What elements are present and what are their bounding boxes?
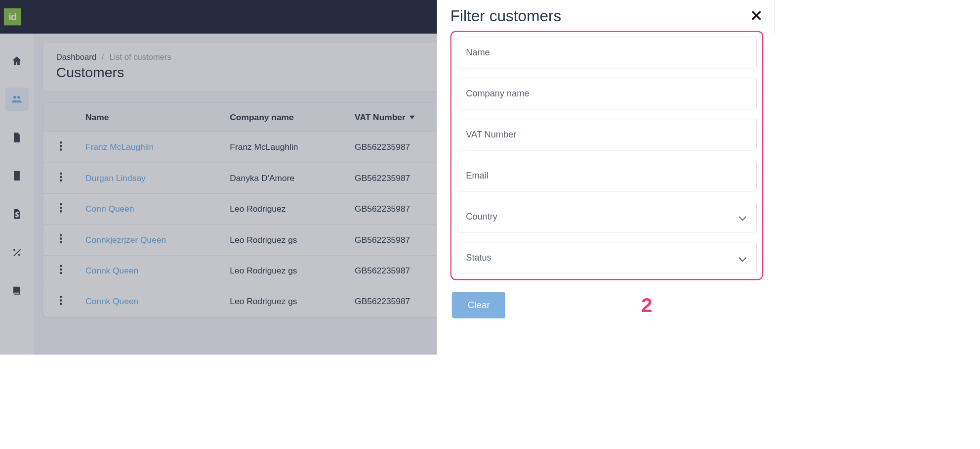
filter-panel-title: Filter customers: [450, 7, 562, 25]
filter-status-label: Status: [466, 252, 491, 263]
clear-button[interactable]: Clear: [452, 292, 506, 318]
filter-fields-highlight: Name Company name VAT Number Email Count…: [450, 31, 764, 280]
filter-country-select[interactable]: Country: [457, 201, 757, 232]
filter-status-select[interactable]: Status: [457, 242, 757, 273]
annotation-number: 2: [641, 293, 653, 316]
filter-vat-input[interactable]: VAT Number: [457, 119, 757, 150]
filter-country-label: Country: [466, 211, 497, 222]
chevron-down-icon: [739, 213, 747, 221]
filter-vat-label: VAT Number: [466, 129, 516, 139]
filter-company-label: Company name: [466, 89, 529, 99]
filter-email-input[interactable]: Email: [457, 160, 757, 191]
chevron-down-icon: [739, 254, 747, 262]
filter-name-label: Name: [466, 47, 490, 58]
filter-company-input[interactable]: Company name: [457, 78, 757, 109]
modal-scrim[interactable]: [0, 0, 437, 355]
close-icon[interactable]: ✕: [750, 8, 763, 24]
filter-name-input[interactable]: Name: [457, 37, 757, 68]
filter-email-label: Email: [466, 170, 488, 180]
filter-panel: Filter customers ✕ Name Company name VAT…: [437, 0, 775, 355]
